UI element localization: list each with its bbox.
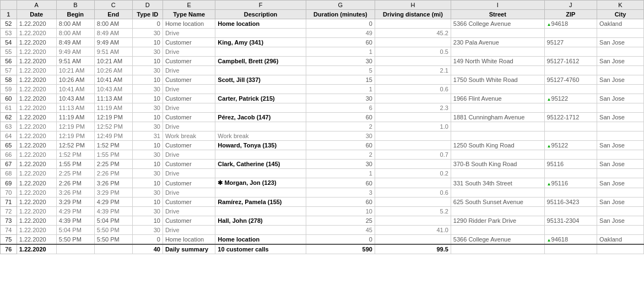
cell-typename[interactable]: Customer (163, 113, 215, 122)
cell-zip[interactable]: 95127-4760 (544, 75, 597, 85)
cell-description[interactable] (215, 226, 306, 235)
cell-begin[interactable]: 10:21 AM (56, 66, 94, 75)
cell-end[interactable]: 5:50 PM (94, 235, 132, 245)
cell-description[interactable] (215, 122, 306, 131)
cell-date[interactable]: 1.22.2020 (17, 94, 56, 103)
cell-street[interactable]: 1290 Ridder Park Drive (451, 216, 544, 226)
cell-description[interactable]: Home location (215, 235, 306, 245)
col-d-header[interactable]: D (132, 1, 163, 10)
cell-distance[interactable] (375, 94, 451, 103)
cell-typename[interactable]: Customer (163, 198, 215, 207)
cell-city[interactable]: San Jose (597, 178, 644, 188)
cell-typeid[interactable]: 30 (132, 29, 163, 38)
cell-date[interactable]: 1.22.2020 (17, 113, 56, 122)
cell-date[interactable]: 1.22.2020 (17, 244, 56, 254)
cell-date[interactable]: 1.22.2020 (17, 66, 56, 75)
cell-distance[interactable] (375, 141, 451, 150)
cell-zip[interactable] (544, 169, 597, 178)
cell-typeid[interactable]: 10 (132, 75, 163, 85)
cell-end[interactable]: 10:21 AM (94, 57, 132, 66)
cell-begin[interactable]: 1:52 PM (56, 150, 94, 160)
cell-description[interactable]: Pérez, Jacob (147) (215, 113, 306, 122)
cell-typename[interactable]: Customer (163, 57, 215, 66)
cell-distance[interactable]: 99.5 (375, 244, 451, 254)
cell-date[interactable]: 1.22.2020 (17, 178, 56, 188)
cell-begin[interactable]: 10:26 AM (56, 75, 94, 85)
cell-date[interactable]: 1.22.2020 (17, 160, 56, 169)
cell-distance[interactable]: 41.0 (375, 226, 451, 235)
cell-typeid[interactable]: 30 (132, 207, 163, 216)
cell-typeid[interactable]: 10 (132, 216, 163, 226)
cell-date[interactable]: 1.22.2020 (17, 226, 56, 235)
cell-street[interactable] (451, 29, 544, 38)
cell-city[interactable] (597, 103, 644, 113)
cell-distance[interactable] (375, 38, 451, 47)
cell-typeid[interactable]: 30 (132, 226, 163, 235)
cell-duration[interactable]: 60 (306, 38, 375, 47)
cell-street[interactable] (451, 169, 544, 178)
cell-typeid[interactable]: 30 (132, 85, 163, 94)
cell-end[interactable]: 4:29 PM (94, 198, 132, 207)
cell-end[interactable]: 11:13 AM (94, 94, 132, 103)
cell-typename[interactable]: Customer (163, 216, 215, 226)
cell-typename[interactable]: Home location (163, 19, 215, 29)
cell-city[interactable] (597, 29, 644, 38)
cell-city[interactable] (597, 85, 644, 94)
cell-street[interactable]: 370-B South King Road (451, 160, 544, 169)
cell-typeid[interactable]: 40 (132, 244, 163, 254)
cell-duration[interactable]: 15 (306, 75, 375, 85)
cell-duration[interactable]: 25 (306, 216, 375, 226)
cell-duration[interactable]: 1 (306, 169, 375, 178)
cell-street[interactable]: 5366 College Avenue (451, 19, 544, 29)
cell-end[interactable]: 5:04 PM (94, 216, 132, 226)
cell-date[interactable]: 1.22.2020 (17, 141, 56, 150)
cell-typeid[interactable]: 10 (132, 57, 163, 66)
cell-begin[interactable]: 10:43 AM (56, 94, 94, 103)
cell-end[interactable]: 10:41 AM (94, 75, 132, 85)
cell-end[interactable]: 9:51 AM (94, 47, 132, 57)
cell-distance[interactable]: 5.2 (375, 207, 451, 216)
cell-distance[interactable]: 0.7 (375, 150, 451, 160)
cell-city[interactable]: San Jose (597, 113, 644, 122)
cell-typename[interactable]: Customer (163, 75, 215, 85)
cell-description[interactable]: Home location (215, 19, 306, 29)
cell-zip[interactable]: ▲94618 (544, 235, 597, 245)
cell-end[interactable]: 12:49 PM (94, 131, 132, 141)
cell-distance[interactable] (375, 57, 451, 66)
cell-city[interactable] (597, 47, 644, 57)
cell-date[interactable]: 1.22.2020 (17, 85, 56, 94)
cell-begin[interactable]: 5:04 PM (56, 226, 94, 235)
cell-end[interactable]: 12:19 PM (94, 113, 132, 122)
cell-end[interactable]: 3:29 PM (94, 188, 132, 198)
cell-duration[interactable]: 60 (306, 113, 375, 122)
cell-typeid[interactable]: 10 (132, 160, 163, 169)
cell-typeid[interactable]: 30 (132, 103, 163, 113)
cell-zip[interactable]: 95127-1612 (544, 57, 597, 66)
cell-zip[interactable] (544, 122, 597, 131)
cell-city[interactable]: Oakland (597, 235, 644, 245)
cell-end[interactable]: 2:25 PM (94, 160, 132, 169)
cell-date[interactable]: 1.22.2020 (17, 19, 56, 29)
cell-typeid[interactable]: 0 (132, 235, 163, 245)
cell-begin[interactable]: 12:19 PM (56, 131, 94, 141)
cell-description[interactable] (215, 150, 306, 160)
cell-street[interactable] (451, 122, 544, 131)
cell-distance[interactable] (375, 160, 451, 169)
cell-typename[interactable]: Home location (163, 235, 215, 245)
cell-city[interactable]: San Jose (597, 198, 644, 207)
cell-zip[interactable]: 95116-3423 (544, 198, 597, 207)
cell-duration[interactable]: 60 (306, 198, 375, 207)
cell-zip[interactable] (544, 47, 597, 57)
cell-city[interactable] (597, 169, 644, 178)
cell-street[interactable] (451, 66, 544, 75)
cell-date[interactable]: 1.22.2020 (17, 150, 56, 160)
cell-date[interactable]: 1.22.2020 (17, 75, 56, 85)
cell-distance[interactable]: 1.0 (375, 122, 451, 131)
cell-end[interactable] (94, 244, 132, 254)
cell-distance[interactable] (375, 75, 451, 85)
col-f-header[interactable]: F (215, 1, 306, 10)
cell-distance[interactable]: 0.2 (375, 169, 451, 178)
cell-city[interactable] (597, 207, 644, 216)
cell-description[interactable]: Campbell, Brett (296) (215, 57, 306, 66)
cell-duration[interactable]: 10 (306, 207, 375, 216)
